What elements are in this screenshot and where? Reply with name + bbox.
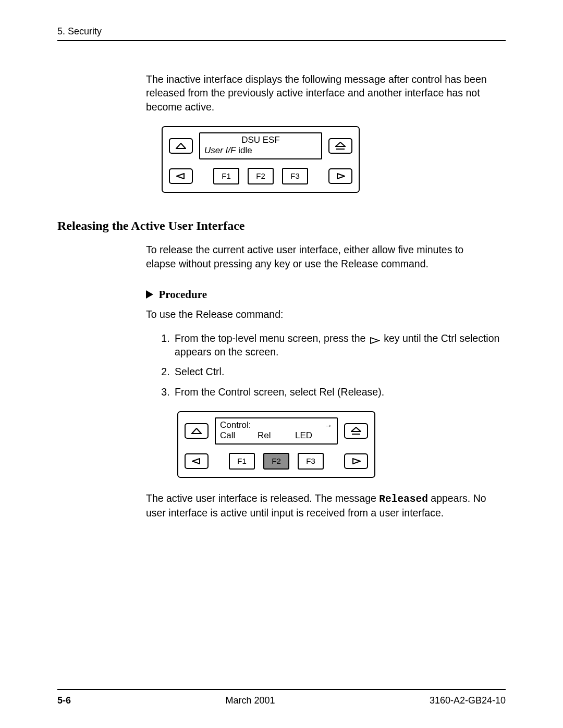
footer-rule [57,689,506,690]
intro-paragraph: The inactive interface displays the foll… [146,72,495,114]
svg-marker-6 [192,428,201,434]
fkey-row: F1 F2 F3 [215,453,338,470]
released-keyword: Released [379,493,428,505]
f3-key[interactable]: F3 [298,453,324,470]
closing-paragraph: The active user interface is released. T… [146,491,495,520]
nav-right-button[interactable] [344,453,368,469]
lcd-panel-idle: DSU ESF User I/F idle F1 F2 F3 [162,126,360,193]
svg-marker-3 [177,174,184,179]
fkey-row: F1 F2 F3 [199,168,322,184]
release-intro: To release the current active user inter… [146,243,495,270]
triangle-right-icon [336,173,345,179]
procedure-arrow-icon [146,290,153,299]
svg-marker-9 [192,459,200,464]
triangle-right-icon [351,458,361,464]
lcd-line1: Control: [220,420,333,430]
header-rule [57,40,506,41]
lcd-line2: User I/F idle [204,145,317,156]
f2-key[interactable]: F2 [263,453,289,470]
svg-marker-4 [337,174,345,179]
lcd-line1: DSU ESF [204,135,317,145]
page-number: 5-6 [57,695,71,706]
lcd-line2: Call Rel LED [220,430,333,441]
svg-marker-0 [176,143,186,149]
nav-left-button[interactable] [169,168,193,184]
lcd-panel-control: → Control: Call Rel LED F1 F2 F3 [177,411,375,478]
nav-left-button[interactable] [185,453,209,469]
scroll-right-icon: → [324,421,333,430]
nav-home-button[interactable] [328,138,352,154]
lcd-screen: → Control: Call Rel LED [215,417,338,445]
running-header: 5. Security [57,26,506,37]
step-3: From the Control screen, select Rel (Rel… [173,385,506,399]
triangle-left-icon [176,173,186,179]
svg-marker-7 [351,427,361,431]
procedure-header: Procedure [146,288,506,301]
nav-home-button[interactable] [344,423,368,439]
home-icon [351,427,361,435]
svg-marker-5 [371,338,379,343]
triangle-up-icon [176,143,186,149]
procedure-intro: To use the Release command: [146,307,495,321]
right-key-icon [369,337,381,344]
f1-key[interactable]: F1 [213,168,239,184]
nav-right-button[interactable] [328,168,352,184]
svg-marker-10 [353,459,360,464]
step-1: From the top-level menu screen, press th… [173,331,506,359]
triangle-left-icon [192,458,201,464]
step-2: Select Ctrl. [173,365,506,378]
section-heading: Releasing the Active User Interface [57,219,506,233]
f1-key[interactable]: F1 [229,453,255,470]
f2-key[interactable]: F2 [248,168,274,184]
procedure-label: Procedure [158,288,207,301]
lcd-screen: DSU ESF User I/F idle [199,132,322,159]
svg-marker-1 [336,142,345,146]
procedure-steps: From the top-level menu screen, press th… [159,331,506,399]
footer-date: March 2001 [71,695,430,706]
triangle-up-icon [191,428,202,434]
f3-key[interactable]: F3 [282,168,308,184]
document-number: 3160-A2-GB24-10 [430,695,506,706]
nav-up-button[interactable] [185,423,209,439]
page-footer: 5-6 March 2001 3160-A2-GB24-10 [57,689,506,706]
home-icon [335,142,346,150]
nav-up-button[interactable] [169,138,193,154]
